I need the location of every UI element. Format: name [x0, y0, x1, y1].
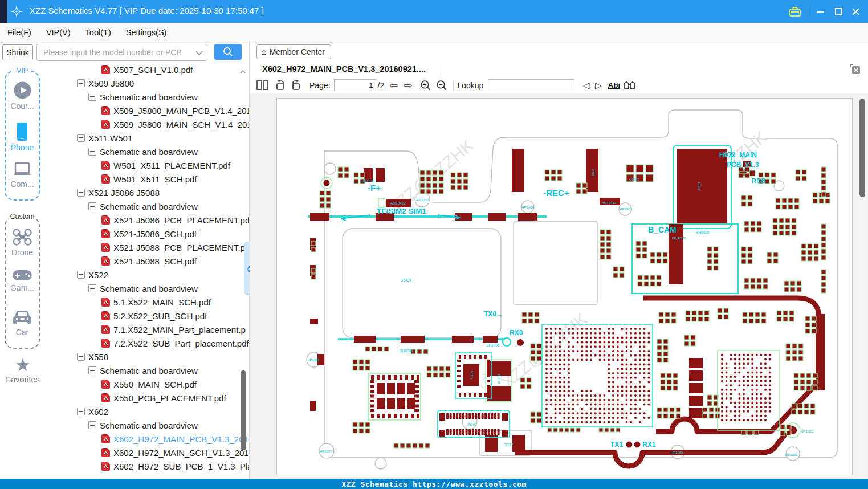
zoom-out-button[interactable] [436, 79, 447, 92]
home-icon: ⌂ [261, 47, 267, 56]
tree-pdf-item[interactable]: X509_J5800_MAIN_PCB_V1.4_2015 [51, 104, 249, 117]
pdf-toolbar: Page: /2 ⇦ ⇨ Lookup ◁ ▷ Abi [250, 77, 868, 94]
tree-pdf-item[interactable]: X602_H972_SUB_PCB_1_V1.3_Plac [51, 459, 249, 473]
collapse-minus-icon[interactable] [88, 148, 96, 156]
chevron-down-icon[interactable] [195, 47, 207, 58]
tree-item-label: X521-J5086_SCH.pdf [113, 229, 197, 239]
sidebar-item-computer[interactable]: Com... [6, 162, 39, 189]
tree-pdf-item[interactable]: X602_H972_MAIN_PCB_V1.3_2016 [51, 432, 249, 446]
titlebar-separator [808, 5, 808, 18]
tree-node[interactable]: X511 W501 [51, 131, 249, 145]
tree-pdf-item[interactable]: X521-J5088_SCH.pdf [51, 254, 249, 268]
viewer-scrollbar[interactable] [858, 93, 867, 479]
collapse-minus-icon[interactable] [88, 93, 96, 101]
tree-node[interactable]: Schematic and boardview [51, 90, 249, 104]
tree-pdf-item[interactable]: 5.1.X522_MAIN_SCH.pdf [51, 295, 249, 309]
close-tab-icon[interactable] [850, 64, 861, 75]
collapse-minus-icon[interactable] [88, 202, 96, 210]
tree-pdf-item[interactable]: X550_MAIN_SCH.pdf [51, 377, 249, 391]
collapse-minus-icon[interactable] [77, 353, 85, 361]
viewer-scrollbar-thumb[interactable] [859, 99, 865, 197]
tree-pdf-item[interactable]: X521-J5086_SCH.pdf [51, 227, 249, 241]
close-button[interactable] [847, 0, 864, 23]
page-number-input[interactable] [334, 79, 376, 91]
collapse-minus-icon[interactable] [77, 189, 85, 197]
tree-pdf-item[interactable]: X550_PCB_PLACEMENT.pdf [51, 391, 249, 405]
pcb-label: REC [592, 168, 595, 176]
tree-node[interactable]: Schematic and boardview [51, 282, 249, 295]
tree-node[interactable]: X521 J5086 J5088 [51, 186, 249, 199]
menu-item-vip[interactable]: VIP(V) [39, 23, 78, 42]
scroll-up-icon[interactable] [859, 95, 865, 98]
collapse-minus-icon[interactable] [88, 284, 96, 292]
prev-page-button[interactable]: ⇦ [389, 80, 398, 91]
sidebar-item-phone[interactable]: Phone [6, 122, 39, 152]
tree-scroll-up-icon[interactable] [240, 66, 246, 69]
scroll-down-icon[interactable] [859, 474, 865, 478]
sidebar-item-car[interactable]: Car [6, 309, 39, 337]
tree-pdf-item[interactable]: X509_J5800_MAIN_SCH_V1.4_2015 [51, 117, 249, 131]
tree-node[interactable]: X522 [51, 268, 249, 282]
menu-item-settings[interactable]: Settings(S) [119, 23, 174, 42]
match-case-button[interactable]: Abi [608, 81, 621, 89]
lookup-next-button[interactable]: ▷ [595, 81, 602, 89]
sidebar-item-favorites[interactable]: ★ Favorites [0, 357, 46, 384]
search-row: Shrink ⌂ Member Center [0, 43, 868, 63]
tree-item-label: X509 J5800 [88, 79, 134, 88]
tree-node[interactable]: X509 J5800 [51, 76, 249, 90]
tree-pdf-item[interactable]: X602_H972_MAIN_SCH_V1.3_2016 [51, 446, 249, 459]
binoculars-search-button[interactable] [624, 79, 635, 92]
tree-node[interactable]: Schematic and boardview [51, 364, 249, 377]
menu-item-tool[interactable]: Tool(T) [78, 23, 119, 42]
collapse-minus-icon[interactable] [77, 271, 85, 279]
tree-node[interactable]: Schematic and boardview [51, 199, 249, 213]
briefcase-icon[interactable] [787, 0, 804, 23]
sidebar-item-game[interactable]: Gam... [6, 269, 39, 292]
collapse-minus-icon[interactable] [88, 366, 96, 374]
tree-item-label: X550 [88, 352, 108, 362]
window-title: XZZ Schematics V4.77 [ VIP Due date: 202… [30, 6, 264, 15]
pdf-icon [101, 243, 110, 252]
shrink-button[interactable]: Shrink [2, 44, 33, 60]
tree-scrollbar-thumb[interactable] [241, 370, 246, 450]
collapse-minus-icon[interactable] [77, 408, 85, 415]
next-page-button[interactable]: ⇨ [404, 80, 412, 91]
search-input[interactable] [42, 47, 195, 58]
lookup-input[interactable] [488, 79, 574, 91]
pcb-label: RX1 [642, 441, 656, 449]
tree-pdf-item[interactable]: W501_X511_SCH.pdf [51, 172, 249, 186]
pdf-icon [101, 393, 110, 402]
tree-node[interactable]: X550 [51, 350, 249, 364]
tree-pdf-item[interactable]: 7.1.X522_MAIN_Part_placement.p [51, 323, 249, 336]
tree-node[interactable]: X602 [51, 405, 249, 418]
rotate-ccw-button[interactable] [274, 79, 286, 92]
document-tab[interactable]: X602_H972_MAIN_PCB_V1.3_20160921.... [262, 64, 426, 74]
tree-pdf-item[interactable]: X521-J5088_PCB_PLACEMENT.pdf [51, 241, 249, 254]
pdf-icon [101, 229, 110, 238]
collapse-minus-icon[interactable] [88, 421, 96, 429]
tree-pdf-item[interactable]: 5.2.X522_SUB_SCH.pdf [51, 309, 249, 323]
maximize-button[interactable] [830, 0, 847, 23]
pcb-label: PCB_V1.3 [727, 161, 759, 169]
tree-pdf-item[interactable]: X507_SCH_V1.0.pdf [51, 63, 249, 76]
tree-pdf-item[interactable]: X521-J5086_PCB_PLACEMENT.pdf [51, 213, 249, 227]
lookup-prev-button[interactable]: ◁ [582, 81, 589, 89]
collapse-minus-icon[interactable] [77, 79, 85, 87]
tree-node[interactable]: Schematic and boardview [51, 418, 249, 432]
rotate-cw-button[interactable] [290, 79, 302, 92]
pcb-boardview-page[interactable]: XZZ@XZZHKXZZ@XZZHKXZZ@XZZHK-F+TF/SIM2 SI… [276, 98, 853, 475]
zoom-in-button[interactable] [420, 79, 431, 92]
member-center-button[interactable]: ⌂ Member Center [256, 44, 331, 59]
tree-node[interactable]: Schematic and boardview [51, 145, 249, 158]
tree-pdf-item[interactable]: W501_X511_PLACEMENT.pdf [51, 158, 249, 172]
sidebar-item-drone[interactable]: Drone [6, 228, 39, 257]
sidebar-item-course[interactable]: Cour... [6, 81, 39, 111]
search-button[interactable] [214, 44, 242, 60]
two-page-view-button[interactable] [256, 79, 268, 92]
pcb-label: PL201 [498, 373, 501, 384]
menu-item-file[interactable]: File(F) [0, 23, 39, 42]
minimize-button[interactable] [812, 0, 829, 23]
collapse-minus-icon[interactable] [77, 134, 85, 142]
pdf-icon [101, 215, 110, 225]
tree-pdf-item[interactable]: 7.2.X522_SUB_Part_placement.pdf [51, 336, 249, 350]
